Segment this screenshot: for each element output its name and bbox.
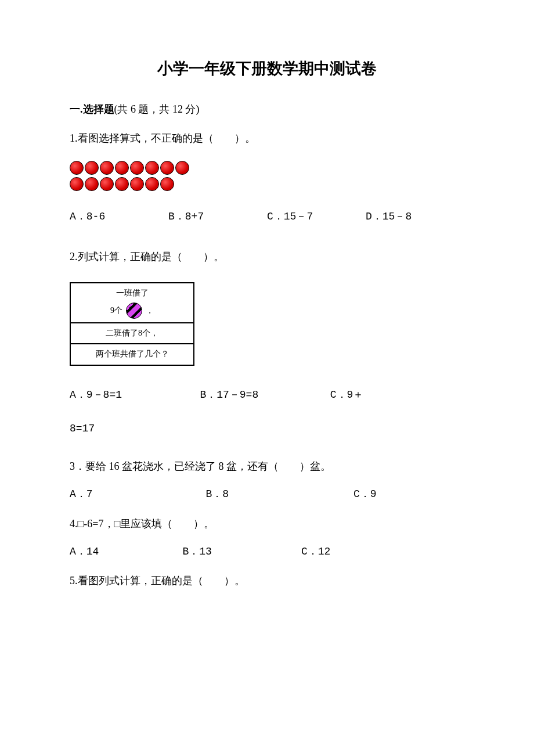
question-5: 5.看图列式计算，正确的是（ ）。 [70, 573, 464, 589]
q3-opt-a: A．7 [70, 486, 203, 503]
q2-box-top-line1: 一班借了 [75, 287, 189, 300]
q2-count: 9个 [110, 304, 122, 317]
exam-page: 小学一年级下册数学期中测试卷 一.选择题(共 6 题，共 12 分) 1.看图选… [0, 0, 534, 756]
q2-box: 一班借了 9个 ， 二班借了8个， 两个班共借了几个？ [70, 282, 194, 365]
red-dot-icon [100, 161, 114, 175]
section-1-meta: (共 6 题，共 12 分) [114, 103, 200, 115]
q2-opt-c: C．9＋ [330, 387, 460, 404]
q2-box-bot: 两个班共借了几个？ [71, 344, 193, 364]
section-1-header: 一.选择题(共 6 题，共 12 分) [70, 102, 464, 116]
q2-box-top-line2: 9个 ， [75, 303, 189, 319]
red-dot-icon [145, 177, 159, 191]
red-dot-icon [85, 161, 99, 175]
q2-text: 2.列式计算，正确的是（ ）。 [70, 249, 464, 265]
red-dot-icon [70, 177, 84, 191]
q4-opt-c: C．12 [301, 543, 330, 560]
q4-opt-a: A．14 [70, 543, 180, 560]
section-1-label: 一.选择题 [70, 103, 114, 115]
red-dot-icon [70, 161, 84, 175]
red-dot-icon [85, 177, 99, 191]
q1-options: A．8-6 B．8+7 C．15－7 D．15－8 [70, 208, 464, 225]
q1-opt-d: D．15－8 [366, 208, 464, 225]
red-dot-icon [175, 161, 189, 175]
q2-options: A．9－8=1 B．17－9=8 C．9＋ [70, 387, 464, 404]
q4-text: 4.□-6=7，□里应该填（ ）。 [70, 516, 464, 532]
red-dot-icon [130, 161, 144, 175]
page-title: 小学一年级下册数学期中测试卷 [70, 58, 464, 79]
question-4: 4.□-6=7，□里应该填（ ）。 A．14 B．13 C．12 [70, 516, 464, 560]
q2-figure: 一班借了 9个 ， 二班借了8个， 两个班共借了几个？ [70, 282, 464, 365]
red-dot-icon [115, 177, 129, 191]
red-dot-icon [130, 177, 144, 191]
red-dot-icon [160, 161, 174, 175]
q2-box-mid: 二班借了8个， [71, 323, 193, 344]
q2-comma: ， [146, 304, 154, 317]
q3-options: A．7 B．8 C．9 [70, 485, 464, 503]
q1-opt-a: A．8-6 [70, 208, 168, 225]
q1-text: 1.看图选择算式，不正确的是（ ）。 [70, 130, 464, 147]
q1-figure [70, 161, 464, 191]
q3-opt-b: B．8 [206, 486, 351, 503]
q2-opt-c-cont: 8=17 [70, 420, 464, 437]
q3-opt-c: C．9 [353, 486, 377, 503]
question-3: 3．要给 16 盆花浇水，已经浇了 8 盆，还有（ ）盆。 A．7 B．8 C．… [70, 458, 464, 503]
q4-options: A．14 B．13 C．12 [70, 543, 464, 560]
red-dot-icon [115, 161, 129, 175]
q5-text: 5.看图列式计算，正确的是（ ）。 [70, 573, 464, 589]
red-dot-icon [145, 161, 159, 175]
red-dot-icon [100, 177, 114, 191]
q3-text: 3．要给 16 盆花浇水，已经浇了 8 盆，还有（ ）盆。 [70, 458, 464, 475]
red-dot-icon [160, 177, 174, 191]
q1-opt-b: B．8+7 [168, 208, 267, 225]
q4-opt-b: B．13 [183, 543, 299, 560]
q2-opt-a: A．9－8=1 [70, 387, 200, 404]
q1-opt-c: C．15－7 [267, 208, 366, 225]
q2-opt-b: B．17－9=8 [200, 387, 330, 404]
q1-dots-row1 [70, 161, 464, 175]
q1-dots-row2 [70, 177, 464, 191]
question-2: 2.列式计算，正确的是（ ）。 一班借了 9个 ， 二班借了8个， 两个班共借了… [70, 249, 464, 438]
question-1: 1.看图选择算式，不正确的是（ ）。 A．8-6 B．8+7 C．15－7 D．… [70, 130, 464, 225]
ball-icon [126, 303, 142, 319]
q2-box-top: 一班借了 9个 ， [71, 283, 193, 323]
